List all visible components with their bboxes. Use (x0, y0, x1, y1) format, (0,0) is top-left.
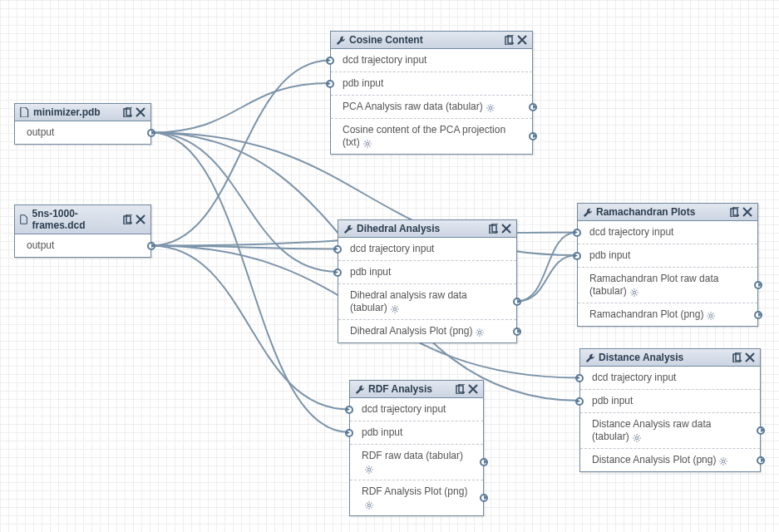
output-row: Ramachandran Plot (png) (578, 303, 757, 326)
node-header[interactable]: 5ns-1000-frames.dcd (15, 205, 150, 234)
edge[interactable] (517, 233, 577, 302)
input-row: pdb input (578, 244, 757, 267)
output-port[interactable] (513, 298, 521, 306)
output-port[interactable] (513, 328, 521, 336)
node-title: Ramachandran Plots (596, 206, 726, 218)
input-row: dcd trajectory input (338, 238, 516, 260)
row-label: dcd trajectory input (350, 243, 434, 254)
gear-icon (707, 311, 715, 319)
duplicate-icon[interactable] (488, 224, 498, 234)
output-row: Ramachandran Plot raw data (tabular) (578, 267, 757, 303)
output-row: RDF raw data (tabular) (350, 444, 483, 480)
input-port[interactable] (345, 429, 353, 437)
node-rdf[interactable]: RDF Analysisdcd trajectory inputpdb inpu… (349, 380, 484, 516)
row-label: dcd trajectory input (589, 226, 673, 238)
node-dihedral[interactable]: Dihedral Analysisdcd trajectory inputpdb… (338, 219, 517, 343)
edge[interactable] (151, 83, 330, 133)
close-icon[interactable] (136, 107, 145, 117)
node-minimizer[interactable]: minimizer.pdboutput (14, 103, 151, 145)
edge[interactable] (151, 133, 338, 273)
node-title: 5ns-1000-frames.dcd (32, 208, 120, 231)
output-row: Distance Analysis Plot (png) (580, 448, 760, 471)
gear-icon (719, 456, 727, 465)
input-row: dcd trajectory input (578, 221, 757, 244)
close-icon[interactable] (742, 207, 752, 217)
row-label: Dihedral analysis raw data (tabular) (350, 289, 467, 313)
duplicate-icon[interactable] (732, 352, 742, 362)
close-icon[interactable] (468, 384, 478, 394)
input-port[interactable] (345, 406, 353, 414)
output-port[interactable] (529, 103, 537, 111)
input-port[interactable] (575, 374, 584, 382)
node-rama[interactable]: Ramachandran Plotsdcd trajectory inputpd… (577, 203, 758, 327)
input-port[interactable] (326, 80, 334, 88)
row-label: dcd trajectory input (592, 372, 676, 383)
row-label: pdb input (592, 395, 633, 406)
input-port[interactable] (333, 268, 342, 277)
node-header[interactable]: RDF Analysis (350, 381, 483, 398)
output-port[interactable] (529, 132, 537, 140)
output-row: Dihedral Analysis Plot (png) (338, 319, 516, 342)
edge[interactable] (151, 133, 349, 433)
close-icon[interactable] (136, 214, 145, 224)
output-row: output (15, 234, 150, 257)
close-icon[interactable] (517, 35, 527, 45)
input-port[interactable] (326, 57, 334, 65)
node-distance[interactable]: Distance Analysisdcd trajectory inputpdb… (579, 348, 761, 472)
row-label: dcd trajectory input (362, 403, 446, 415)
node-title: RDF Analysis (368, 383, 451, 395)
node-header[interactable]: minimizer.pdb (15, 104, 150, 121)
output-port[interactable] (480, 494, 488, 502)
gear-icon (633, 433, 641, 441)
output-port[interactable] (147, 242, 155, 250)
output-row: Cosine content of the PCA projection (tx… (331, 118, 532, 154)
node-header[interactable]: Dihedral Analysis (338, 220, 516, 238)
duplicate-icon[interactable] (729, 207, 739, 217)
output-port[interactable] (480, 458, 488, 466)
duplicate-icon[interactable] (122, 107, 132, 117)
gear-icon (365, 465, 373, 473)
node-header[interactable]: Ramachandran Plots (578, 204, 757, 221)
workflow-canvas[interactable]: minimizer.pdboutput5ns-1000-frames.dcdou… (0, 0, 779, 532)
close-icon[interactable] (501, 224, 511, 234)
output-port[interactable] (754, 281, 762, 289)
duplicate-icon[interactable] (455, 384, 465, 394)
node-header[interactable]: Cosine Content (331, 32, 532, 49)
row-label: PCA Analysis raw data (tabular) (343, 101, 483, 112)
gear-icon (630, 288, 638, 296)
output-row: output (15, 121, 150, 144)
row-label: Ramachandran Plot (png) (589, 308, 703, 320)
node-header[interactable]: Distance Analysis (580, 349, 760, 367)
row-label: pdb input (589, 249, 630, 261)
edge[interactable] (517, 255, 577, 302)
output-port[interactable] (757, 456, 765, 465)
edge[interactable] (151, 246, 349, 410)
node-title: minimizer.pdb (33, 106, 119, 118)
output-row: PCA Analysis raw data (tabular) (331, 95, 532, 118)
input-port[interactable] (573, 252, 581, 260)
edge[interactable] (151, 246, 338, 249)
output-port[interactable] (754, 311, 762, 319)
node-frames[interactable]: 5ns-1000-frames.dcdoutput (14, 204, 151, 258)
edge[interactable] (151, 61, 330, 246)
output-row: Distance Analysis raw data (tabular) (580, 412, 760, 448)
output-port[interactable] (757, 426, 765, 435)
input-port[interactable] (333, 245, 342, 254)
wrench-icon (343, 224, 353, 234)
close-icon[interactable] (745, 352, 755, 362)
input-port[interactable] (575, 397, 584, 406)
input-port[interactable] (573, 229, 581, 237)
node-cosine[interactable]: Cosine Contentdcd trajectory inputpdb in… (330, 31, 533, 155)
duplicate-icon[interactable] (122, 214, 132, 224)
gear-icon (476, 328, 484, 336)
file-icon (20, 107, 30, 117)
output-port[interactable] (147, 129, 155, 137)
duplicate-icon[interactable] (504, 35, 514, 45)
wrench-icon (585, 352, 595, 362)
node-title: Distance Analysis (599, 352, 728, 363)
node-title: Cosine Content (349, 34, 500, 46)
row-label: dcd trajectory input (343, 54, 426, 66)
row-label: pdb input (362, 426, 402, 438)
row-label: pdb input (350, 266, 391, 278)
input-row: dcd trajectory input (580, 367, 760, 389)
